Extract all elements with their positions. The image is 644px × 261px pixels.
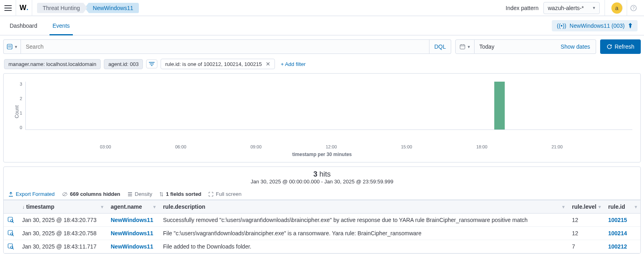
help-icon[interactable]: ? (627, 5, 640, 11)
svg-rect-3 (460, 45, 465, 49)
menu-icon (4, 5, 12, 11)
export-formatted-button[interactable]: Export Formated (8, 191, 55, 197)
cell-rule-id[interactable]: 100214 (604, 227, 640, 240)
tabs: Dashboard Events ((•)) NewWindows11 (003… (0, 16, 644, 35)
close-icon[interactable]: ✕ (266, 61, 270, 67)
chart-ylabel: Count (12, 82, 20, 142)
chart-yaxis: 3210 (20, 82, 25, 130)
cell-rule-description: File added to the Downloads folder. (159, 240, 568, 253)
inspect-row-button[interactable] (4, 214, 18, 227)
svg-text:?: ? (632, 6, 635, 10)
sort-desc-icon: ↓ (22, 204, 25, 210)
inspect-row-button[interactable] (4, 240, 18, 253)
avatar[interactable]: a (611, 2, 623, 14)
cell-rule-level: 12 (568, 227, 604, 240)
breadcrumb-agent[interactable]: NewWindows11 (85, 3, 139, 13)
chevron-down-icon: ▾ (468, 44, 470, 49)
broadcast-icon: ((•)) (557, 23, 566, 29)
hamburger-menu[interactable] (0, 0, 16, 16)
date-quick-button[interactable]: ▾ (455, 39, 475, 54)
search-input[interactable] (21, 39, 429, 54)
cell-timestamp: Jan 30, 2025 @ 18:43:20.773 (18, 214, 107, 227)
density-button[interactable]: Density (128, 191, 152, 197)
add-filter-button[interactable]: + Add filter (278, 60, 308, 69)
inspect-icon (8, 217, 14, 223)
cell-timestamp: Jan 30, 2025 @ 18:43:11.717 (18, 240, 107, 253)
eye-off-icon (62, 192, 68, 197)
svg-rect-2 (7, 44, 12, 49)
cell-rule-level: 7 (568, 240, 604, 253)
filter-pill-agent[interactable]: agent.id: 003 (104, 59, 143, 69)
density-icon (128, 192, 132, 197)
logo[interactable]: W. (16, 0, 32, 16)
inspect-icon (8, 230, 14, 236)
chevron-down-icon: ▾ (593, 5, 595, 10)
change-filters-button[interactable] (146, 60, 157, 68)
date-value[interactable]: Today (475, 39, 555, 54)
breadcrumb-threat-hunting[interactable]: Threat Hunting (37, 3, 87, 13)
col-rule-description[interactable]: rule.description▾ (159, 200, 568, 214)
fullscreen-icon (208, 192, 213, 197)
chevron-down-icon[interactable]: ▾ (153, 204, 156, 210)
refresh-button[interactable]: Refresh (600, 39, 641, 54)
histogram-chart: Count 3210 03:0006:0009:0012:0015:0018:0… (3, 73, 641, 162)
chart-plot[interactable] (25, 82, 632, 130)
export-icon (8, 192, 13, 197)
cell-agent-name[interactable]: NewWindows11 (107, 214, 159, 227)
chevron-down-icon[interactable]: ▾ (599, 204, 601, 210)
table-row: Jan 30, 2025 @ 18:43:11.717 NewWindows11… (4, 240, 640, 253)
table-row: Jan 30, 2025 @ 18:43:20.758 NewWindows11… (4, 227, 640, 240)
hits-time-range: Jan 30, 2025 @ 00:00:00.000 - Jan 30, 20… (4, 179, 640, 188)
cell-agent-name[interactable]: NewWindows11 (107, 240, 159, 253)
dql-button[interactable]: DQL (429, 39, 451, 54)
cell-rule-id[interactable]: 100215 (604, 214, 640, 227)
chart-bar[interactable] (494, 82, 505, 129)
col-agent-name[interactable]: agent.name▾ (107, 200, 159, 214)
chart-xlabel: timestamp per 30 minutes (12, 152, 632, 157)
cell-rule-description: Successfully removed "c:\users\vagrant\d… (159, 214, 568, 227)
pin-icon (628, 23, 633, 29)
filter-bars-icon (7, 44, 12, 49)
show-dates-button[interactable]: Show dates (555, 39, 596, 54)
table-row: Jan 30, 2025 @ 18:43:20.773 NewWindows11… (4, 214, 640, 227)
topbar: W. Threat Hunting NewWindows11 Index pat… (0, 0, 644, 16)
inspect-row-button[interactable] (4, 227, 18, 240)
tab-dashboard[interactable]: Dashboard (6, 16, 41, 35)
calendar-icon (460, 44, 465, 49)
cell-agent-name[interactable]: NewWindows11 (107, 227, 159, 240)
cell-timestamp: Jan 30, 2025 @ 18:43:20.758 (18, 227, 107, 240)
filter-settings-icon (149, 62, 155, 66)
cell-rule-id[interactable]: 100212 (604, 240, 640, 253)
breadcrumb: Threat Hunting NewWindows11 (37, 2, 139, 14)
chevron-down-icon[interactable]: ▾ (101, 204, 103, 210)
table-toolbar: Export Formated 669 columns hidden Densi… (4, 189, 640, 200)
columns-hidden-button[interactable]: 669 columns hidden (62, 191, 120, 197)
cell-rule-level: 12 (568, 214, 604, 227)
filter-pill-ruleid[interactable]: rule.id: is one of 100212, 100214, 10021… (161, 59, 275, 69)
cell-rule-description: File "c:\users\vagrant\downloads\brainci… (159, 227, 568, 240)
col-rule-level[interactable]: rule.level▾ (568, 200, 604, 214)
fields-sorted-button[interactable]: 1 fields sorted (159, 191, 201, 197)
col-rule-id[interactable]: rule.id▾ (604, 200, 640, 214)
agent-pin[interactable]: ((•)) NewWindows11 (003) (552, 20, 638, 31)
filter-pill-manager[interactable]: manager.name: localhost.localdomain (4, 59, 101, 69)
filters-row: manager.name: localhost.localdomain agen… (0, 58, 644, 73)
chevron-down-icon[interactable]: ▾ (635, 204, 637, 210)
chart-xaxis: 03:0006:0009:0012:0015:0018:0021:00 (30, 144, 632, 150)
hits-panel: 3 hits Jan 30, 2025 @ 00:00:00.000 - Jan… (3, 166, 641, 254)
chevron-down-icon[interactable]: ▾ (562, 204, 565, 210)
sort-icon (159, 192, 163, 197)
index-pattern-label: Index pattern (506, 5, 539, 11)
refresh-icon (607, 44, 612, 49)
inspect-icon (8, 243, 14, 250)
fullscreen-button[interactable]: Full screen (208, 191, 242, 197)
chevron-down-icon: ▾ (15, 44, 17, 49)
index-pattern-select[interactable]: wazuh-alerts-* ▾ (543, 2, 600, 14)
search-row: ▾ DQL ▾ Today Show dates Refresh (0, 35, 644, 58)
saved-queries-button[interactable]: ▾ (3, 39, 21, 54)
events-table: ↓timestamp▾ agent.name▾ rule.description… (4, 200, 640, 253)
col-timestamp[interactable]: ↓timestamp▾ (18, 200, 107, 214)
tab-events[interactable]: Events (50, 16, 73, 35)
hits-count: 3 hits (4, 170, 640, 179)
